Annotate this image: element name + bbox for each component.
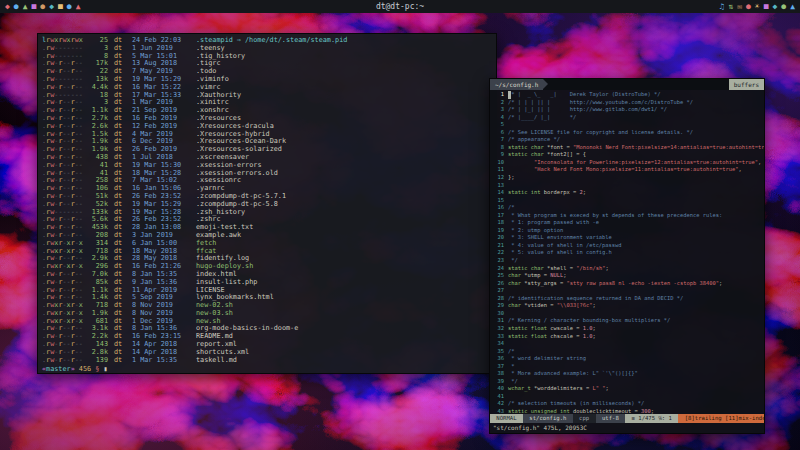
code-line: 5: [492, 121, 764, 129]
code-text: /* |____/ |_| */: [508, 114, 576, 122]
code-text: * 1: program passed with -e: [508, 219, 599, 227]
tab-config-h[interactable]: ~/s/config.h: [490, 79, 543, 90]
terminal-vim[interactable]: ~/s/config.h buffers 1/* | _ \_ _| Derek…: [489, 78, 765, 434]
line-number: 9: [492, 151, 504, 159]
buffers-label: buffers: [729, 79, 764, 90]
line-number: 20: [492, 234, 504, 242]
workspace-list: ◆●▲■●◆■●▲: [5, 0, 80, 13]
workspace-icon[interactable]: ●: [40, 0, 45, 13]
tray-icon[interactable]: ●: [746, 0, 751, 13]
line-number: 2: [492, 99, 504, 107]
tray-icon[interactable]: ☀: [755, 0, 760, 13]
file-row: .rw-r--r--453kdt28 Jan 13:08emoji-test.t…: [42, 224, 496, 232]
terminal-file-listing[interactable]: lrwxrwxrwx25dt24 Feb 22:03.steampid⇒ /ho…: [37, 33, 497, 374]
file-row: .rw-r--r--17kdt13 Aug 2018.tigrc: [42, 60, 496, 68]
code-line: 16/*: [492, 204, 764, 212]
code-text: * 3: SHELL environment variable: [508, 234, 612, 242]
file-row: .rw-r--r--7.0kdt8 Jan 15:35index.html: [42, 271, 496, 279]
code-text: * word delimiter string: [508, 355, 586, 363]
workspace-icon[interactable]: ◆: [49, 0, 54, 13]
tray-icon[interactable]: ⇅: [728, 0, 733, 13]
line-number: 22: [492, 249, 504, 257]
file-row: .rw-------18dt17 Mar 15:33.Xauthority: [42, 92, 496, 100]
workspace-icon[interactable]: ■: [58, 0, 63, 13]
code-text: static int borderpx = 2;: [508, 189, 586, 197]
tray-icon[interactable]: ◆: [773, 0, 778, 13]
statusline-segment: ≡ 1/475 ℅: 1: [625, 414, 678, 423]
workspace-icon[interactable]: ▲: [23, 0, 28, 13]
line-number: 4: [492, 114, 504, 122]
code-text: char *stty_args = "stty raw pass8 nl -ec…: [508, 280, 722, 288]
tray-icon[interactable]: ■: [764, 0, 769, 13]
code-line: 18 * 1: program passed with -e: [492, 219, 764, 227]
line-number: 33: [492, 333, 504, 341]
prompt-segment: master: [46, 365, 71, 373]
line-number: 8: [492, 144, 504, 152]
workspace-icon[interactable]: ▲: [76, 0, 81, 13]
line-number: 3: [492, 106, 504, 114]
code-line: 30: [492, 310, 764, 318]
focused-window-title: dt@dt-pc:~: [376, 0, 424, 13]
statusline-segment: NORMAL: [490, 414, 523, 423]
code-text: char *utmp = NULL;: [508, 272, 566, 280]
workspace-icon[interactable]: ◆: [5, 0, 10, 13]
file-list: lrwxrwxrwx25dt24 Feb 22:03.steampid⇒ /ho…: [42, 37, 496, 364]
code-line: 39 */: [492, 378, 764, 386]
code-text: "Hack Nerd Font Mono:pixelsize=11:antial…: [508, 166, 742, 174]
workspace-icon[interactable]: ●: [67, 0, 72, 13]
code-line: 28/* identification sequence returned in…: [492, 295, 764, 303]
workspace-icon[interactable]: ●: [14, 0, 19, 13]
file-row: .rw-------13kdt19 Mar 15:29.viminfo: [42, 76, 496, 84]
tray-icon[interactable]: ●: [781, 0, 786, 13]
statusline-segment: utf-8: [596, 414, 626, 423]
code-text: /* | _ \_ _| Derek Taylor (DistroTube) *…: [508, 91, 661, 99]
statusline-segment: cpp: [573, 414, 596, 423]
line-number: 23: [492, 257, 504, 265]
code-text: static float cwscale = 1.0;: [508, 325, 596, 333]
file-row: .rwxr-xr-x314dt6 Jan 15:00fetch: [42, 240, 496, 248]
file-row: .rw-r--r--208dt3 Jan 2019example.awk: [42, 232, 496, 240]
tray-icon[interactable]: ▲: [790, 0, 795, 13]
line-number: 25: [492, 272, 504, 280]
line-number: 42: [492, 400, 504, 408]
code-line: 27: [492, 287, 764, 295]
code-text: * 5: value of shell in config.h: [508, 249, 612, 257]
code-line: 29char *vtiden = "\\033[?6c";: [492, 302, 764, 310]
code-line: 6/* See LICENSE file for copyright and l…: [492, 129, 764, 137]
code-line: 26char *stty_args = "stty raw pass8 nl -…: [492, 280, 764, 288]
prompt-segment: ▮: [99, 365, 107, 373]
code-line: 19 * 2: utmp option: [492, 227, 764, 235]
line-number: 37: [492, 363, 504, 371]
tray-icon[interactable]: ♫: [720, 0, 725, 13]
workspace-icon[interactable]: ■: [31, 0, 36, 13]
code-text: static char *shell = "/bin/sh";: [508, 265, 609, 273]
prompt-segment: 456: [75, 365, 91, 373]
line-number: 29: [492, 302, 504, 310]
code-line: 14static int borderpx = 2;: [492, 189, 764, 197]
file-date: 1 Mar 15:35: [132, 357, 192, 365]
file-row: .rw-r--r--2.9kdt28 May 2018fidentify.log: [42, 255, 496, 263]
file-row: .rw-r--r--1.9kdt26 Feb 2019.Xresources-s…: [42, 146, 496, 154]
vim-message: "st/config.h" 475L, 20953C: [490, 423, 764, 433]
code-line: 11 "Hack Nerd Font Mono:pixelsize=11:ant…: [492, 166, 764, 174]
code-line: 35/*: [492, 348, 764, 356]
file-row: .rw-r--r--3dt1 Mar 2019.xinitrc: [42, 99, 496, 107]
desktop: ◆●▲■●◆■●▲ dt@dt-pc:~ ♫⇅✉●☀■◆●▲ lrwxrwxrw…: [0, 0, 800, 450]
tray-icon[interactable]: ✉: [737, 0, 742, 13]
line-number: 24: [492, 265, 504, 273]
vim-statusline: NORMAL st/config.h cpp utf-8 ≡ 1/475 ℅: …: [490, 414, 764, 423]
line-number: 39: [492, 378, 504, 386]
file-perms: .rw-r--r--: [42, 357, 86, 365]
code-text: * 2: utmp option: [508, 227, 563, 235]
code-line: 24static char *shell = "/bin/sh";: [492, 265, 764, 273]
line-number: 35: [492, 348, 504, 356]
code-line: 33static float chscale = 1.0;: [492, 333, 764, 341]
code-line: 34: [492, 340, 764, 348]
line-number: 28: [492, 295, 504, 303]
code-text: wchar_t *worddelimiters = L" ";: [508, 385, 609, 393]
code-text: * More advanced example: L" `'\"()[]{}": [508, 370, 638, 378]
line-number: 11: [492, 166, 504, 174]
code-text: /* Kerning / character bounding-box mult…: [508, 317, 670, 325]
code-line: 40wchar_t *worddelimiters = L" ";: [492, 385, 764, 393]
code-line: 42/* selection timeouts (in milliseconds…: [492, 400, 764, 408]
